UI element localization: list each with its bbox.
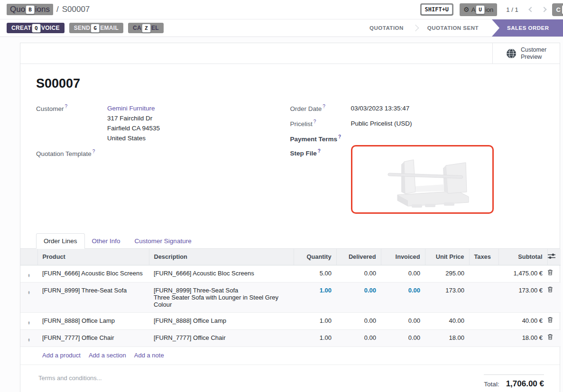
cell-quantity[interactable]: 1.00 [294, 312, 336, 329]
customer-preview-line1: Customer [521, 46, 546, 53]
cell-invoiced[interactable]: 0.00 [381, 265, 425, 282]
trash-icon[interactable] [547, 334, 553, 340]
field-payment-terms: Payment Terms? [290, 134, 545, 143]
terms-and-conditions-input[interactable]: Terms and conditions... [38, 374, 102, 382]
create-invoice-label-post: VOICE [41, 25, 60, 31]
add-section-link[interactable]: Add a section [89, 352, 126, 359]
cell-quantity[interactable]: 1.00 [294, 282, 336, 312]
order-line-row: ▴▾ [FURN_7777] Office Chair [FURN_7777] … [20, 329, 561, 346]
cell-unit-price[interactable]: 295.00 [425, 265, 469, 282]
header-handle [20, 249, 37, 265]
customer-value: Gemini Furniture 317 Fairchild Dr Fairfi… [107, 103, 160, 143]
field-order-date: Order Date? 03/03/2023 13:35:47 [290, 103, 545, 113]
order-line-row: ▴▾ [FURN_6666] Acoustic Bloc Screens [FU… [20, 265, 561, 282]
cell-product[interactable]: [FURN_8999] Three-Seat Sofa [37, 282, 149, 312]
field-step-file: Step File? [290, 148, 545, 214]
trash-icon[interactable] [547, 269, 553, 275]
description-line2: Three Seater Sofa with Lounger in Steel … [154, 294, 289, 308]
cell-subtotal: 40.00 € [498, 312, 547, 329]
drag-handle-icon[interactable]: ▴▾ [28, 273, 30, 278]
cell-unit-price[interactable]: 173.00 [425, 282, 469, 312]
trash-icon[interactable] [547, 317, 553, 323]
breadcrumb-parent-text-pre: Quo [10, 5, 25, 14]
action-menu-button[interactable]: ⚙AUion [460, 3, 497, 16]
drag-handle-icon[interactable]: ▴▾ [28, 338, 30, 342]
cell-product[interactable]: [FURN_7777] Office Chair [37, 329, 149, 346]
breadcrumb-separator: / [56, 5, 59, 14]
tab-other-info[interactable]: Other Info [85, 234, 128, 248]
add-product-link[interactable]: Add a product [42, 352, 81, 359]
cancel-label-pre: CA [133, 25, 141, 31]
cell-product[interactable]: [FURN_6666] Acoustic Bloc Screens [37, 265, 149, 282]
chevron-left-icon[interactable] [528, 7, 534, 12]
header-quantity: Quantity [294, 249, 336, 265]
shortcut-target-button[interactable]: SHIFT+U [420, 3, 454, 16]
cell-invoiced[interactable]: 0.00 [381, 312, 425, 329]
customer-preview-button[interactable]: Customer Preview [492, 43, 560, 64]
cell-delivered[interactable]: 0.00 [336, 312, 381, 329]
help-tooltip-icon: ? [92, 149, 95, 154]
field-column-right: Order Date? 03/03/2023 13:35:47 Pricelis… [290, 103, 545, 219]
create-invoice-button[interactable]: CREATQVOICE [7, 23, 65, 33]
cell-unit-price[interactable]: 18.00 [425, 329, 469, 346]
table-header-row: Product Description Quantity Delivered I… [20, 249, 561, 265]
cancel-label-post: EL [151, 25, 159, 31]
optional-columns-sliders-icon[interactable] [548, 253, 555, 259]
send-email-label-post: EMAIL [100, 25, 119, 31]
description-line1: [FURN_8999] Three-Seat Sofa [154, 287, 238, 294]
tab-customer-signature[interactable]: Customer Signature [128, 234, 199, 248]
header-description: Description [149, 249, 294, 265]
status-step-quotation-sent[interactable]: QUOTATION SENT [419, 19, 487, 36]
cell-product[interactable]: [FURN_8888] Office Lamp [37, 312, 149, 329]
cell-description[interactable]: [FURN_6666] Acoustic Bloc Screens [149, 265, 294, 282]
customer-preview-line2: Preview [521, 54, 542, 60]
add-note-link[interactable]: Add a note [134, 352, 164, 359]
edge-button-label: C [556, 6, 561, 13]
list-footer-links: Add a product Add a section Add a note [20, 347, 560, 365]
cell-subtotal: 18.00 € [498, 329, 547, 346]
cell-unit-price[interactable]: 40.00 [425, 312, 469, 329]
cell-taxes[interactable] [469, 329, 498, 346]
cell-description[interactable]: [FURN_7777] Office Chair [149, 329, 294, 346]
status-step-sales-order[interactable]: SALES ORDER [492, 19, 563, 36]
customer-link[interactable]: Gemini Furniture [107, 105, 155, 112]
cell-invoiced[interactable]: 0.00 [381, 329, 425, 346]
step-file-preview[interactable] [351, 145, 494, 214]
header-taxes: Taxes [469, 249, 498, 265]
cell-taxes[interactable] [469, 312, 498, 329]
cell-delivered[interactable]: 0.00 [336, 329, 381, 346]
form-action-bar: CREATQVOICE SENDGEMAIL CAZEL QUOTATION Q… [0, 19, 563, 37]
customer-address-line2: Fairfield CA 94535 [107, 125, 160, 132]
drag-handle-icon[interactable]: ▴▾ [28, 321, 30, 325]
cell-taxes[interactable] [469, 265, 498, 282]
trash-icon[interactable] [547, 286, 553, 292]
breadcrumb-quotations-link[interactable]: QuoBions [7, 4, 53, 15]
total-value: 1,706.00 € [506, 379, 544, 389]
status-step-quotation[interactable]: QUOTATION [361, 19, 412, 36]
cancel-button[interactable]: CAZEL [128, 23, 164, 33]
cell-taxes[interactable] [469, 282, 498, 312]
cell-description[interactable]: [FURN_8888] Office Lamp [149, 312, 294, 329]
header-unit-price: Unit Price [425, 249, 469, 265]
order-total: Total: 1,706.00 € [484, 374, 544, 389]
cell-quantity[interactable]: 5.00 [294, 265, 336, 282]
cell-invoiced[interactable]: 0.00 [381, 282, 425, 312]
header-subtotal: Subtotal [498, 249, 547, 265]
field-group: Customer? Gemini Furniture 317 Fairchild… [36, 103, 544, 219]
form-sheet: Customer Preview S00007 Customer? Gemini… [20, 43, 560, 392]
pricelist-value[interactable]: Public Pricelist (USD) [351, 119, 412, 128]
drag-handle-icon[interactable]: ▴▾ [28, 291, 30, 295]
cell-quantity[interactable]: 1.00 [294, 329, 336, 346]
breadcrumb: QuoBions / S00007 [7, 4, 90, 15]
send-email-button[interactable]: SENDGEMAIL [69, 23, 123, 33]
header-product: Product [37, 249, 149, 265]
tab-order-lines[interactable]: Order Lines [36, 233, 85, 249]
order-date-value[interactable]: 03/03/2023 13:35:47 [351, 103, 410, 113]
cell-delivered[interactable]: 0.00 [336, 282, 381, 312]
cell-delivered[interactable]: 0.00 [336, 265, 381, 282]
gear-icon: ⚙ [463, 6, 470, 13]
notebook-tabs: Order Lines Other Info Customer Signatur… [20, 233, 560, 249]
chevron-right-icon[interactable] [541, 7, 546, 12]
cell-description[interactable]: [FURN_8999] Three-Seat Sofa Three Seater… [149, 282, 294, 312]
edge-cutoff-button[interactable]: C [552, 3, 563, 16]
